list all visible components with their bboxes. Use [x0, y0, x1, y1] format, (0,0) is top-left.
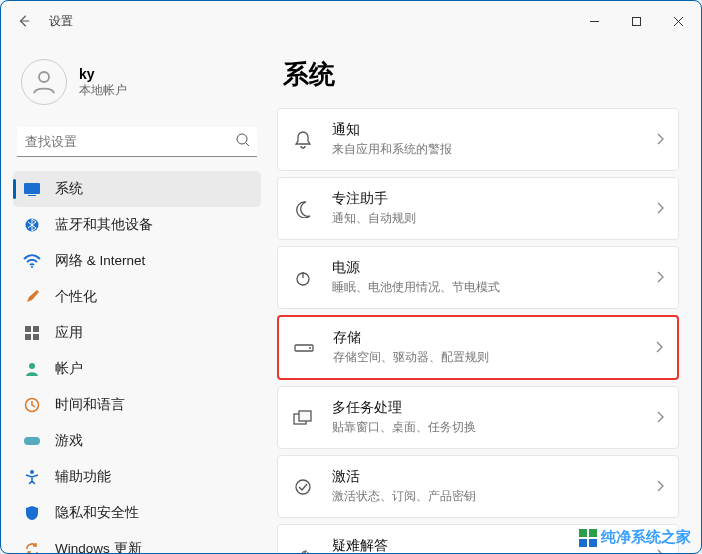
card-sub: 来自应用和系统的警报 — [332, 141, 656, 158]
chevron-right-icon — [656, 131, 664, 149]
sidebar-item-accessibility[interactable]: 辅助功能 — [13, 459, 261, 495]
sidebar-item-privacy[interactable]: 隐私和安全性 — [13, 495, 261, 531]
svg-rect-10 — [33, 334, 39, 340]
update-icon — [23, 540, 41, 553]
svg-point-6 — [31, 266, 33, 268]
sidebar-item-windows-update[interactable]: Windows 更新 — [13, 531, 261, 553]
person-icon — [29, 67, 59, 97]
sidebar-item-accounts[interactable]: 帐户 — [13, 351, 261, 387]
card-troubleshoot[interactable]: 疑难解答建议的疑难解答、首选 — [277, 524, 679, 553]
moon-icon — [292, 200, 314, 218]
close-icon — [673, 16, 684, 27]
svg-rect-8 — [33, 326, 39, 332]
titlebar: 设置 — [1, 1, 701, 41]
card-sub: 贴靠窗口、桌面、任务切换 — [332, 419, 656, 436]
nav-label: 个性化 — [55, 288, 97, 306]
shield-icon — [23, 504, 41, 522]
sidebar-item-bluetooth[interactable]: 蓝牙和其他设备 — [13, 207, 261, 243]
multitask-icon — [292, 410, 314, 426]
avatar — [21, 59, 67, 105]
check-circle-icon — [292, 478, 314, 496]
chevron-right-icon — [656, 409, 664, 427]
content: ky 本地帐户 系统 蓝牙和其他设备 网络 & Internet 个性化 应用 … — [1, 41, 701, 553]
nav-label: 帐户 — [55, 360, 83, 378]
card-sub: 存储空间、驱动器、配置规则 — [333, 349, 655, 366]
chevron-right-icon — [656, 547, 664, 554]
card-body: 专注助手通知、自动规则 — [332, 190, 656, 227]
chevron-right-icon — [656, 269, 664, 287]
svg-point-1 — [39, 72, 49, 82]
bluetooth-icon — [23, 216, 41, 234]
back-button[interactable] — [9, 6, 39, 36]
chevron-right-icon — [656, 478, 664, 496]
search-icon — [235, 132, 251, 152]
settings-window: 设置 ky 本地帐户 系统 蓝牙和其他设备 — [0, 0, 702, 554]
power-icon — [292, 269, 314, 287]
user-card[interactable]: ky 本地帐户 — [13, 51, 271, 123]
chevron-right-icon — [656, 200, 664, 218]
svg-point-17 — [309, 347, 311, 349]
card-multitasking[interactable]: 多任务处理贴靠窗口、桌面、任务切换 — [277, 386, 679, 449]
nav-label: 网络 & Internet — [55, 252, 145, 270]
sidebar-item-gaming[interactable]: 游戏 — [13, 423, 261, 459]
window-title: 设置 — [49, 13, 73, 30]
card-body: 疑难解答建议的疑难解答、首选 — [332, 537, 656, 553]
system-icon — [23, 180, 41, 198]
sidebar-item-apps[interactable]: 应用 — [13, 315, 261, 351]
minimize-icon — [589, 16, 600, 27]
nav-label: 隐私和安全性 — [55, 504, 139, 522]
svg-rect-4 — [28, 195, 36, 196]
card-body: 通知来自应用和系统的警报 — [332, 121, 656, 158]
card-body: 存储存储空间、驱动器、配置规则 — [333, 329, 655, 366]
card-title: 电源 — [332, 259, 656, 277]
nav-label: 辅助功能 — [55, 468, 111, 486]
svg-rect-19 — [299, 411, 311, 421]
nav-label: 系统 — [55, 180, 83, 198]
sidebar: ky 本地帐户 系统 蓝牙和其他设备 网络 & Internet 个性化 应用 … — [1, 41, 271, 553]
gaming-icon — [23, 432, 41, 450]
card-power[interactable]: 电源睡眠、电池使用情况、节电模式 — [277, 246, 679, 309]
card-focus-assist[interactable]: 专注助手通知、自动规则 — [277, 177, 679, 240]
card-title: 多任务处理 — [332, 399, 656, 417]
sidebar-item-network[interactable]: 网络 & Internet — [13, 243, 261, 279]
card-title: 疑难解答 — [332, 537, 656, 553]
card-body: 电源睡眠、电池使用情况、节电模式 — [332, 259, 656, 296]
card-notifications[interactable]: 通知来自应用和系统的警报 — [277, 108, 679, 171]
close-button[interactable] — [657, 5, 699, 37]
nav-label: 游戏 — [55, 432, 83, 450]
svg-rect-3 — [24, 183, 40, 194]
arrow-left-icon — [17, 14, 31, 28]
card-storage[interactable]: 存储存储空间、驱动器、配置规则 — [277, 315, 679, 380]
sidebar-item-system[interactable]: 系统 — [13, 171, 261, 207]
main-panel: 系统 通知来自应用和系统的警报 专注助手通知、自动规则 电源睡眠、电池使用情况、… — [271, 41, 701, 553]
wrench-icon — [292, 547, 314, 554]
accessibility-icon — [23, 468, 41, 486]
sidebar-item-time-language[interactable]: 时间和语言 — [13, 387, 261, 423]
nav-label: 蓝牙和其他设备 — [55, 216, 153, 234]
card-body: 激活激活状态、订阅、产品密钥 — [332, 468, 656, 505]
svg-point-14 — [30, 470, 34, 474]
wifi-icon — [23, 252, 41, 270]
card-body: 多任务处理贴靠窗口、桌面、任务切换 — [332, 399, 656, 436]
clock-icon — [23, 396, 41, 414]
user-name: ky — [79, 66, 127, 82]
svg-rect-7 — [25, 326, 31, 332]
card-activation[interactable]: 激活激活状态、订阅、产品密钥 — [277, 455, 679, 518]
svg-point-20 — [296, 480, 310, 494]
card-title: 存储 — [333, 329, 655, 347]
svg-point-11 — [29, 363, 35, 369]
card-title: 通知 — [332, 121, 656, 139]
page-title: 系统 — [283, 57, 679, 92]
chevron-right-icon — [655, 339, 663, 357]
svg-rect-0 — [632, 17, 640, 25]
sidebar-item-personalization[interactable]: 个性化 — [13, 279, 261, 315]
minimize-button[interactable] — [573, 5, 615, 37]
maximize-button[interactable] — [615, 5, 657, 37]
nav-label: Windows 更新 — [55, 540, 142, 553]
svg-rect-13 — [24, 437, 40, 445]
search-box[interactable] — [17, 127, 257, 157]
search-input[interactable] — [17, 127, 257, 156]
svg-rect-9 — [25, 334, 31, 340]
svg-point-2 — [237, 134, 247, 144]
paintbrush-icon — [23, 288, 41, 306]
